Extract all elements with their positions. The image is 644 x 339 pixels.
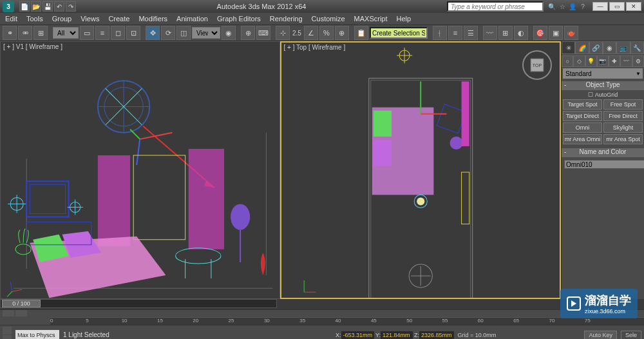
layers-icon[interactable]: ☰: [464, 26, 478, 40]
snap-icon[interactable]: ⊹: [276, 26, 290, 40]
tab-hierarchy[interactable]: 🔗: [589, 41, 603, 54]
percent-snap-icon[interactable]: %: [319, 26, 334, 40]
render-icon[interactable]: 🫖: [564, 26, 578, 40]
tab-modify[interactable]: 🌈: [575, 41, 589, 54]
select-manipulate-icon[interactable]: ⊕: [241, 26, 255, 40]
link-icon[interactable]: ⚮: [18, 26, 32, 40]
btn-target-spot[interactable]: Target Spot: [563, 99, 602, 110]
rotate-icon[interactable]: ⟳: [161, 26, 175, 40]
tab-motion[interactable]: ◉: [603, 41, 616, 54]
bind-icon[interactable]: ⊞: [33, 26, 48, 40]
menu-tools[interactable]: Tools: [26, 15, 43, 23]
named-selection-set[interactable]: [370, 27, 428, 39]
mini-btn-1[interactable]: [3, 327, 12, 334]
subtab-geometry[interactable]: ○: [562, 55, 573, 67]
subtab-systems[interactable]: ⚙: [632, 55, 644, 67]
subtab-lights[interactable]: 💡: [585, 55, 597, 67]
btn-omni[interactable]: Omni: [563, 122, 602, 133]
signin-icon[interactable]: 👤: [568, 2, 577, 11]
rollout-header-objtype[interactable]: Object Type: [562, 81, 644, 90]
ref-coord-system[interactable]: View: [192, 27, 220, 39]
menu-create[interactable]: Create: [108, 15, 129, 23]
coord-z[interactable]: 2326.85mm: [419, 331, 454, 339]
coord-y[interactable]: 121.84mm: [381, 331, 413, 339]
select-name-icon[interactable]: ≡: [95, 26, 109, 40]
menu-modifiers[interactable]: Modifiers: [138, 15, 167, 23]
subtab-spacewarps[interactable]: 〰: [620, 55, 632, 67]
viewport-label-left[interactable]: [ + ] V1 [ Wireframe ]: [3, 43, 62, 50]
trackbar-btn2[interactable]: [15, 310, 27, 316]
time-slider-thumb[interactable]: 0 / 100: [2, 300, 41, 307]
rollout-header-name[interactable]: Name and Color: [562, 148, 644, 157]
move-icon[interactable]: ✥: [146, 26, 160, 40]
scale-icon[interactable]: ◫: [176, 26, 191, 40]
star-icon[interactable]: ☆: [558, 2, 567, 11]
selected-dropdown[interactable]: Sele: [621, 331, 641, 340]
help-icon[interactable]: ?: [578, 2, 587, 11]
select-region-icon[interactable]: ◻: [111, 26, 125, 40]
btn-free-spot[interactable]: Free Spot: [603, 99, 643, 110]
maxscript-tab[interactable]: Max to Physcs: [15, 330, 59, 340]
trackbar-btn1[interactable]: [3, 310, 14, 316]
create-category-dropdown[interactable]: Standard: [563, 68, 643, 79]
angle-snap-icon[interactable]: ∠: [304, 26, 318, 40]
coord-x[interactable]: -653.31mm: [341, 331, 375, 339]
pivot-icon[interactable]: ◉: [222, 26, 236, 40]
menu-group[interactable]: Group: [52, 15, 72, 23]
btn-free-direct[interactable]: Free Direct: [603, 111, 643, 121]
menu-customize[interactable]: Customize: [312, 15, 345, 23]
time-slider[interactable]: 0 / 100: [0, 299, 277, 308]
object-name-field[interactable]: [564, 160, 644, 169]
menu-grapheditors[interactable]: Graph Editors: [217, 15, 261, 23]
autokey-button[interactable]: Auto Key: [584, 331, 617, 340]
selection-filter[interactable]: All: [53, 27, 79, 39]
help-search-input[interactable]: [447, 1, 544, 12]
unlink-icon[interactable]: ⚭: [3, 26, 17, 40]
quick-access-toolbar: 📄 📂 💾 ↶ ↷: [19, 1, 76, 12]
spinner-snap-icon[interactable]: ⊕: [335, 26, 349, 40]
menu-animation[interactable]: Animation: [176, 15, 208, 23]
btn-mr-area-omni[interactable]: mr Area Omni: [563, 134, 602, 144]
schematic-view-icon[interactable]: ⊞: [498, 26, 513, 40]
maximize-button[interactable]: ▭: [609, 2, 625, 11]
menu-help[interactable]: Help: [397, 15, 412, 23]
menu-maxscript[interactable]: MAXScript: [354, 15, 388, 23]
qat-save-icon[interactable]: 💾: [43, 1, 53, 12]
align-icon[interactable]: ≡: [448, 26, 462, 40]
timeline-ruler[interactable]: 0 5 10 15 20 25 30 35 40 45 50 55 60 65 …: [50, 317, 644, 325]
subtab-shapes[interactable]: ◇: [573, 55, 585, 67]
tab-create[interactable]: ✳: [562, 41, 575, 54]
btn-target-direct[interactable]: Target Direct: [563, 111, 602, 121]
material-editor-icon[interactable]: ◐: [514, 26, 528, 40]
autogrid-checkbox[interactable]: ☐AutoGrid: [563, 92, 643, 98]
qat-undo-icon[interactable]: ↶: [54, 1, 64, 12]
keyboard-shortcut-icon[interactable]: ⌨: [256, 26, 270, 40]
subtab-cameras[interactable]: 📷: [597, 55, 609, 67]
menu-rendering[interactable]: Rendering: [270, 15, 303, 23]
minimize-button[interactable]: —: [592, 2, 608, 11]
mirror-icon[interactable]: ⟊: [433, 26, 447, 40]
btn-skylight[interactable]: Skylight: [603, 122, 643, 133]
btn-mr-area-spot[interactable]: mr Area Spot: [603, 134, 643, 144]
tab-utilities[interactable]: 🔧: [630, 41, 644, 54]
render-frame-icon[interactable]: ▣: [549, 26, 563, 40]
viewport-perspective[interactable]: [ + ] V1 [ Wireframe ]: [0, 41, 280, 299]
mini-btn-2[interactable]: [3, 335, 12, 339]
viewport-top[interactable]: [ + ] Top [ Wireframe ] TOP: [280, 41, 562, 299]
app-logo[interactable]: 3: [3, 1, 14, 12]
tab-display[interactable]: 📺: [616, 41, 630, 54]
subtab-helpers[interactable]: ✚: [609, 55, 620, 67]
qat-open-icon[interactable]: 📂: [31, 1, 41, 12]
qat-new-icon[interactable]: 📄: [19, 1, 30, 12]
curve-editor-icon[interactable]: 〰: [483, 26, 497, 40]
window-crossing-icon[interactable]: ⊡: [126, 26, 140, 40]
menu-views[interactable]: Views: [80, 15, 99, 23]
qat-redo-icon[interactable]: ↷: [66, 1, 76, 12]
render-setup-icon[interactable]: 🎯: [533, 26, 547, 40]
viewport-label-right[interactable]: [ + ] Top [ Wireframe ]: [284, 44, 346, 51]
close-button[interactable]: ✕: [626, 2, 641, 11]
search-icon[interactable]: 🔍: [547, 2, 556, 11]
select-icon[interactable]: ▭: [80, 26, 94, 40]
menu-edit[interactable]: Edit: [5, 15, 17, 23]
named-selection-icon[interactable]: 📋: [354, 26, 368, 40]
